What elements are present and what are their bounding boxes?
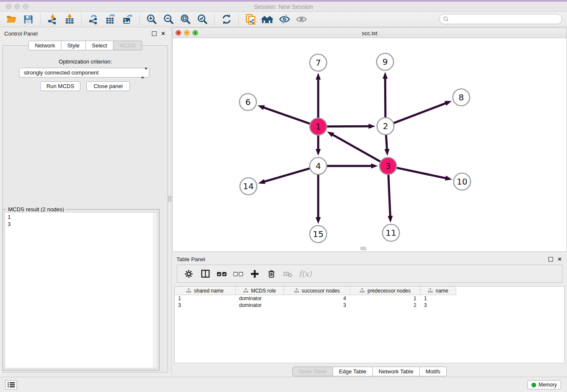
arrowhead-icon bbox=[383, 72, 388, 79]
tab-select[interactable]: Select bbox=[86, 41, 113, 50]
edge-3-10[interactable] bbox=[397, 168, 447, 178]
show-hide-icon[interactable] bbox=[277, 13, 292, 26]
first-neighbors-icon[interactable] bbox=[260, 13, 275, 26]
close-panel-button[interactable]: Close panel bbox=[86, 81, 130, 91]
column-header-successor-nodes[interactable]: successor nodes bbox=[284, 287, 350, 295]
splitter-grip[interactable] bbox=[168, 196, 171, 202]
edge-2-8[interactable] bbox=[394, 103, 447, 123]
table-cell[interactable]: dominator bbox=[236, 295, 284, 302]
table-panel-title: Table Panel bbox=[176, 256, 205, 262]
eye-disabled-icon bbox=[294, 13, 308, 26]
zoom-fit-icon[interactable] bbox=[178, 13, 193, 26]
node-label-11: 11 bbox=[385, 228, 396, 238]
memory-label: Memory bbox=[539, 382, 557, 388]
table-cell[interactable]: 1 bbox=[421, 295, 456, 302]
column-label: name bbox=[435, 288, 448, 294]
save-session-icon[interactable] bbox=[21, 13, 36, 26]
search-input[interactable] bbox=[451, 15, 561, 23]
edge-1-6[interactable] bbox=[263, 107, 310, 124]
zoom-out-icon[interactable] bbox=[161, 13, 176, 26]
table-cell[interactable]: 2 bbox=[350, 302, 421, 309]
table-cell[interactable]: 1 bbox=[175, 295, 236, 302]
gear-icon[interactable] bbox=[182, 268, 195, 280]
column-header-shared-name[interactable]: shared name bbox=[175, 287, 236, 295]
app-titlebar: Session: New Session bbox=[0, 0, 567, 12]
export-table-icon[interactable] bbox=[103, 13, 118, 26]
node-table-header: shared nameMCDS rolesuccessor nodesprede… bbox=[175, 287, 564, 295]
run-mcds-button[interactable]: Run MCDS bbox=[40, 81, 80, 91]
criterion-select[interactable]: strongly connected component bbox=[19, 68, 149, 77]
edge-2-3[interactable] bbox=[386, 135, 387, 150]
memory-button[interactable]: Memory bbox=[527, 380, 561, 389]
tab-network[interactable]: Network bbox=[28, 41, 61, 50]
splitter-grip[interactable] bbox=[361, 247, 366, 250]
trash-icon[interactable] bbox=[265, 268, 278, 280]
node-label-14: 14 bbox=[243, 181, 253, 191]
control-panel: Control Panel × NetworkStyleSelectMCDS O… bbox=[0, 28, 171, 374]
attribute-icon bbox=[360, 288, 365, 293]
list-icon bbox=[8, 382, 15, 388]
export-network-icon[interactable] bbox=[86, 13, 101, 26]
mcds-result-box: MCDS result (2 nodes) 13 bbox=[3, 209, 160, 370]
column-panel-icon[interactable] bbox=[199, 268, 212, 280]
edge-4-14[interactable] bbox=[264, 168, 310, 182]
tab-network-table[interactable]: Network Table bbox=[373, 367, 420, 376]
column-header-predecessor-nodes[interactable]: predecessor nodes bbox=[350, 287, 421, 295]
table-row[interactable]: 1dominator411 bbox=[175, 295, 564, 302]
tab-style[interactable]: Style bbox=[61, 41, 86, 50]
column-header-MCDS-role[interactable]: MCDS role bbox=[236, 287, 284, 295]
plus-icon[interactable] bbox=[248, 268, 261, 280]
node-label-7: 7 bbox=[316, 58, 321, 68]
toolbar-separator bbox=[40, 14, 41, 25]
tab-node-table[interactable]: Node Table bbox=[292, 367, 333, 376]
table-cell[interactable]: 3 bbox=[175, 302, 236, 309]
table-cell[interactable]: 4 bbox=[284, 295, 350, 302]
zoom-selected-icon[interactable] bbox=[195, 13, 209, 26]
refresh-icon[interactable] bbox=[219, 13, 234, 26]
mcds-result-lines: 13 bbox=[5, 213, 157, 229]
attribute-icon bbox=[294, 288, 299, 293]
tab-motifs[interactable]: Motifs bbox=[420, 367, 447, 376]
arrowhead-icon bbox=[444, 101, 451, 106]
float-table-panel-icon[interactable] bbox=[548, 257, 553, 262]
mcds-result-area[interactable]: 13 bbox=[5, 212, 157, 368]
export-image-icon[interactable] bbox=[120, 13, 135, 26]
tab-mcds[interactable]: MCDS bbox=[113, 41, 142, 50]
node-table[interactable]: shared nameMCDS rolesuccessor nodesprede… bbox=[174, 286, 564, 363]
checked-boxes-icon[interactable] bbox=[215, 268, 228, 280]
network-window-titlebar[interactable]: × − + scc.txt bbox=[173, 28, 567, 38]
close-table-panel-icon[interactable]: × bbox=[558, 255, 561, 262]
clone-network-icon[interactable] bbox=[243, 13, 258, 26]
search-icon bbox=[443, 16, 449, 22]
table-cell[interactable]: 3 bbox=[421, 302, 456, 309]
column-header-name[interactable]: name bbox=[421, 287, 456, 295]
table-cell[interactable]: dominator bbox=[236, 302, 284, 309]
edge-2-9[interactable] bbox=[385, 77, 385, 117]
task-history-button[interactable] bbox=[5, 380, 17, 389]
network-view-window: × − + scc.txt 1234678910111415 bbox=[172, 28, 567, 252]
tab-edge-table[interactable]: Edge Table bbox=[333, 367, 373, 376]
table-row[interactable]: 3dominator323 bbox=[175, 302, 564, 309]
main-toolbar bbox=[0, 12, 567, 27]
mcds-result-title: MCDS result (2 nodes) bbox=[6, 206, 66, 213]
status-bar: Memory bbox=[0, 377, 567, 392]
float-panel-icon[interactable] bbox=[152, 31, 157, 36]
table-panel-tabs: Node TableEdge TableNetwork TableMotifs bbox=[172, 367, 567, 376]
unchecked-boxes-icon[interactable] bbox=[232, 268, 245, 280]
close-panel-icon[interactable]: × bbox=[161, 30, 165, 37]
open-session-icon[interactable] bbox=[4, 13, 19, 26]
optimization-criterion-label: Optimization criterion: bbox=[3, 58, 168, 65]
search-field[interactable] bbox=[439, 14, 562, 24]
arrowhead-icon bbox=[327, 132, 334, 137]
zoom-in-icon[interactable] bbox=[144, 13, 159, 26]
network-canvas[interactable]: 1234678910111415 bbox=[173, 38, 567, 251]
edge-1-2[interactable] bbox=[327, 126, 370, 127]
function-icon: f(x) bbox=[299, 269, 312, 278]
edge-3-11[interactable] bbox=[388, 175, 390, 217]
table-cell[interactable]: 1 bbox=[350, 295, 421, 302]
result-scrollbar[interactable] bbox=[153, 213, 157, 368]
import-network-icon[interactable] bbox=[45, 13, 60, 26]
table-cell[interactable]: 3 bbox=[284, 302, 350, 309]
import-table-icon[interactable] bbox=[62, 13, 77, 26]
edge-3-1[interactable] bbox=[332, 134, 380, 162]
